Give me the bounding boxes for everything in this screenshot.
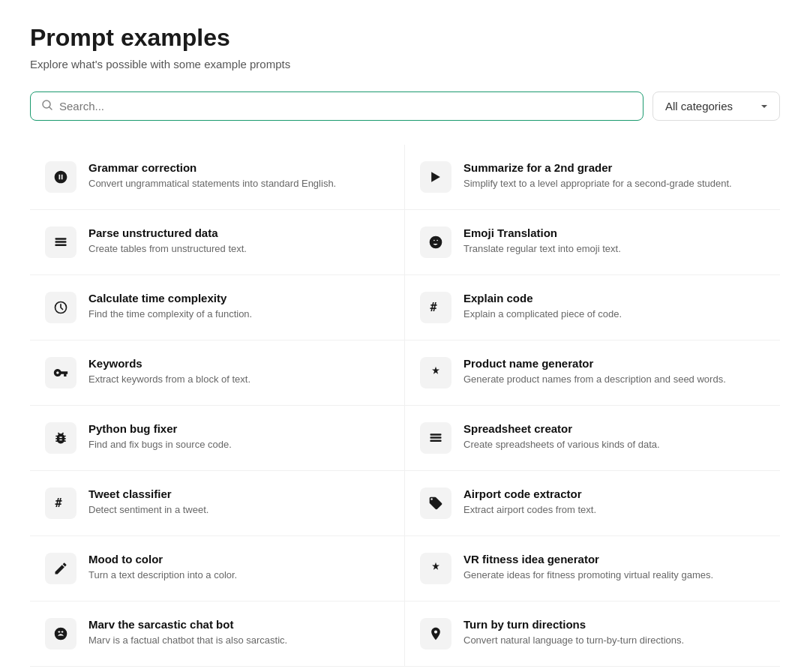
svg-point-13 <box>55 628 68 640</box>
card-product-name-generator[interactable]: Product name generator Generate product … <box>405 340 780 406</box>
card-keywords[interactable]: Keywords Extract keywords from a block o… <box>30 340 405 406</box>
cards-grid: Grammar correction Convert ungrammatical… <box>30 145 780 667</box>
svg-rect-11 <box>430 440 442 442</box>
card-tweet-classifier[interactable]: # Tweet classifier Detect sentiment in a… <box>30 471 405 536</box>
tweet-classifier-desc: Detect sentiment in a tweet. <box>88 503 389 517</box>
search-row: All categories Code Text Analysis Fun <box>30 92 780 121</box>
tweet-classifier-icon: # <box>45 488 76 519</box>
grammar-correction-icon <box>45 161 76 193</box>
explain-code-desc: Explain a complicated piece of code. <box>464 308 765 321</box>
python-bug-fixer-icon <box>45 422 76 454</box>
svg-rect-4 <box>56 241 67 243</box>
explain-code-icon: # <box>420 292 452 323</box>
svg-rect-3 <box>56 238 67 240</box>
product-name-generator-icon <box>420 357 452 388</box>
search-wrapper <box>30 92 644 121</box>
product-name-generator-title: Product name generator <box>464 357 765 370</box>
marv-chatbot-title: Marv the sarcastic chat bot <box>88 618 389 631</box>
keywords-title: Keywords <box>88 357 389 370</box>
python-bug-fixer-desc: Find and fix bugs in source code. <box>88 438 389 452</box>
card-mood-to-color[interactable]: Mood to color Turn a text description in… <box>30 536 405 602</box>
svg-text:#: # <box>430 301 437 314</box>
card-explain-code[interactable]: # Explain code Explain a complicated pie… <box>405 275 780 340</box>
page-subtitle: Explore what's possible with some exampl… <box>30 58 780 70</box>
card-vr-fitness-idea-generator[interactable]: VR fitness idea generator Generate ideas… <box>405 536 780 602</box>
card-python-bug-fixer[interactable]: Python bug fixer Find and fix bugs in so… <box>30 406 405 471</box>
airport-code-extractor-desc: Extract airport codes from text. <box>464 503 765 517</box>
mood-to-color-title: Mood to color <box>88 553 389 566</box>
summarize-2nd-grader-desc: Simplify text to a level appropriate for… <box>464 177 765 190</box>
svg-point-6 <box>430 236 442 249</box>
search-icon <box>41 99 53 113</box>
grammar-correction-title: Grammar correction <box>88 161 389 174</box>
category-select[interactable]: All categories Code Text Analysis Fun <box>652 92 780 121</box>
svg-marker-2 <box>431 172 440 182</box>
python-bug-fixer-title: Python bug fixer <box>88 422 389 435</box>
keywords-icon <box>45 357 76 388</box>
turn-by-turn-directions-title: Turn by turn directions <box>464 618 765 631</box>
mood-to-color-icon <box>45 553 76 584</box>
airport-code-extractor-title: Airport code extractor <box>464 488 765 500</box>
card-turn-by-turn-directions[interactable]: Turn by turn directions Convert natural … <box>405 602 780 667</box>
time-complexity-title: Calculate time complexity <box>88 292 389 304</box>
airport-code-extractor-icon <box>420 488 452 519</box>
keywords-desc: Extract keywords from a block of text. <box>88 373 389 386</box>
search-input[interactable] <box>59 92 632 120</box>
card-spreadsheet-creator[interactable]: Spreadsheet creator Create spreadsheets … <box>405 406 780 471</box>
marv-chatbot-icon <box>45 618 76 650</box>
turn-by-turn-directions-icon <box>420 618 452 650</box>
summarize-2nd-grader-title: Summarize for a 2nd grader <box>464 161 765 174</box>
vr-fitness-idea-generator-icon <box>420 553 452 584</box>
vr-fitness-idea-generator-desc: Generate ideas for fitness promoting vir… <box>464 568 765 582</box>
svg-text:#: # <box>56 496 62 510</box>
svg-rect-9 <box>430 434 442 436</box>
card-time-complexity[interactable]: Calculate time complexity Find the time … <box>30 275 405 340</box>
spreadsheet-creator-title: Spreadsheet creator <box>464 422 765 435</box>
explain-code-title: Explain code <box>464 292 765 304</box>
emoji-translation-title: Emoji Translation <box>464 226 765 239</box>
page-title: Prompt examples <box>30 24 780 52</box>
tweet-classifier-title: Tweet classifier <box>88 488 389 500</box>
time-complexity-icon <box>45 292 76 323</box>
card-summarize-2nd-grader[interactable]: Summarize for a 2nd grader Simplify text… <box>405 145 780 210</box>
svg-line-1 <box>50 107 52 110</box>
parse-unstructured-data-desc: Create tables from unstructured text. <box>88 242 389 256</box>
product-name-generator-desc: Generate product names from a descriptio… <box>464 373 765 386</box>
card-marv-chatbot[interactable]: Marv the sarcastic chat bot Marv is a fa… <box>30 602 405 667</box>
spreadsheet-creator-desc: Create spreadsheets of various kinds of … <box>464 438 765 452</box>
time-complexity-desc: Find the time complexity of a function. <box>88 308 389 321</box>
card-parse-unstructured-data[interactable]: Parse unstructured data Create tables fr… <box>30 210 405 275</box>
parse-unstructured-data-icon <box>45 226 76 258</box>
card-emoji-translation[interactable]: Emoji Translation Translate regular text… <box>405 210 780 275</box>
card-airport-code-extractor[interactable]: Airport code extractor Extract airport c… <box>405 471 780 536</box>
spreadsheet-creator-icon <box>420 422 452 454</box>
summarize-2nd-grader-icon <box>420 161 452 193</box>
emoji-translation-icon <box>420 226 452 258</box>
marv-chatbot-desc: Marv is a factual chatbot that is also s… <box>88 634 389 647</box>
emoji-translation-desc: Translate regular text into emoji text. <box>464 242 765 256</box>
svg-rect-5 <box>56 244 67 247</box>
turn-by-turn-directions-desc: Convert natural language to turn-by-turn… <box>464 634 765 647</box>
parse-unstructured-data-title: Parse unstructured data <box>88 226 389 239</box>
svg-rect-10 <box>430 436 442 439</box>
mood-to-color-desc: Turn a text description into a color. <box>88 568 389 582</box>
vr-fitness-idea-generator-title: VR fitness idea generator <box>464 553 765 566</box>
card-grammar-correction[interactable]: Grammar correction Convert ungrammatical… <box>30 145 405 210</box>
grammar-correction-desc: Convert ungrammatical statements into st… <box>88 177 389 190</box>
